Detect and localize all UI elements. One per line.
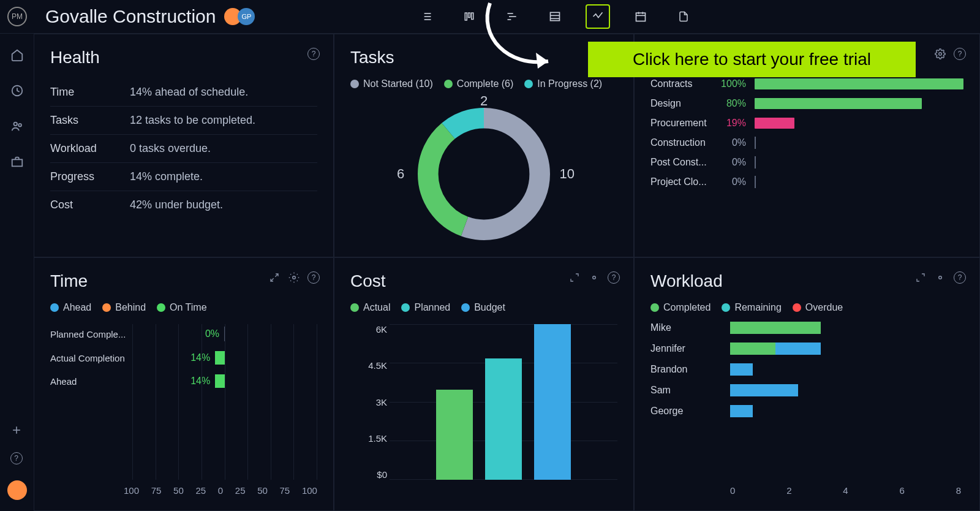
people-icon[interactable] [10,119,24,133]
sidebar: ? [0,34,34,511]
workload-panel: ? Workload Completed Remaining Overdue M… [634,257,980,511]
workload-bar [730,363,963,376]
progress-pct: 19% [720,118,746,129]
axis-tick: 25 [235,485,246,496]
progress-row: Project Clo...0% [650,176,963,187]
axis-tick: 2 [786,485,791,496]
health-label: Tasks [50,114,130,127]
health-row: Workload0 tasks overdue. [50,135,317,163]
axis-tick: 1.5K [350,433,387,444]
gantt-view-icon[interactable] [500,4,524,29]
workload-row: Mike [650,322,963,334]
svg-point-20 [13,123,17,126]
progress-pct: 0% [720,176,746,187]
calendar-view-icon[interactable] [628,4,653,29]
expand-icon[interactable] [914,271,927,284]
health-value: 12 tasks to be completed. [130,114,255,127]
settings-icon[interactable] [288,271,300,284]
legend-label: Not Started (10) [363,78,433,89]
workload-bar [730,384,963,396]
help-icon[interactable]: ? [954,48,966,60]
svg-rect-22 [12,159,22,166]
settings-icon[interactable] [588,271,600,284]
workload-row: George [650,405,963,417]
settings-icon[interactable] [934,271,946,284]
workload-row: Sam [650,384,963,396]
progress-pct: 100% [720,78,746,89]
axis-tick: 100 [302,485,317,496]
svg-point-28 [939,53,942,56]
board-view-icon[interactable] [457,4,481,29]
tasks-donut-chart: 2 6 10 [410,100,557,248]
workload-bar [730,343,963,355]
axis-tick: 50 [173,485,184,496]
expand-icon[interactable] [568,271,581,284]
svg-rect-7 [469,13,470,18]
avatar-group[interactable]: GP [228,8,255,25]
workload-bar [730,322,963,334]
topbar: PM Govalle Construction GP [0,0,980,34]
health-value: 0 tasks overdue. [130,142,211,155]
svg-point-21 [18,124,21,127]
svg-point-33 [939,276,942,279]
help-icon[interactable]: ? [307,48,320,60]
workload-row: Jennifer [650,343,963,355]
progress-bar [755,98,963,109]
workload-bar [730,405,963,417]
time-row-name: Ahead [50,376,136,387]
health-row: Time14% ahead of schedule. [50,78,317,107]
file-view-icon[interactable] [671,4,696,29]
expand-icon[interactable] [268,271,281,284]
clock-icon[interactable] [10,84,24,97]
workload-name: George [650,406,730,417]
progress-row: Construction0% [650,137,963,148]
dashboard-view-icon[interactable] [586,4,610,29]
cost-bar-actual [436,390,473,480]
axis-tick: 0 [218,485,223,496]
briefcase-icon[interactable] [10,155,24,168]
settings-icon[interactable] [934,48,946,60]
progress-name: Design [650,98,712,109]
avatar[interactable]: GP [238,8,255,25]
plus-icon[interactable] [10,424,24,437]
sheet-view-icon[interactable] [543,4,567,29]
health-panel: ? Health Time14% ahead of schedule.Tasks… [34,34,334,257]
time-panel: ? Time Ahead Behind On Time Planned Comp… [34,257,334,511]
svg-rect-6 [466,13,467,20]
help-icon[interactable]: ? [10,452,24,466]
help-icon[interactable]: ? [954,271,966,284]
svg-point-32 [593,276,596,279]
axis-tick: 6 [899,485,904,496]
progress-row: Post Const...0% [650,157,963,168]
health-label: Cost [50,199,130,211]
legend-label: Complete (6) [457,78,513,89]
dashboard: ? Health Time14% ahead of schedule.Tasks… [34,34,980,511]
legend-label: Overdue [805,302,843,313]
cta-free-trial-button[interactable]: Click here to start your free trial [588,42,916,77]
legend-label: Planned [414,302,450,313]
svg-rect-12 [551,12,560,20]
progress-pct: 0% [720,137,746,148]
logo[interactable]: PM [7,7,27,26]
help-icon[interactable]: ? [608,271,620,284]
progress-row: Design80% [650,98,963,109]
cost-bar-budget [534,324,571,480]
axis-tick: 50 [257,485,268,496]
cost-bar-chart [390,324,617,480]
workload-name: Jennifer [650,343,730,354]
list-view-icon[interactable] [414,4,439,29]
axis-tick: 25 [195,485,206,496]
progress-bar [755,137,963,148]
progress-row: Contracts100% [650,78,963,89]
workload-name: Mike [650,322,730,333]
help-icon[interactable]: ? [307,271,320,284]
health-value: 14% complete. [130,170,203,183]
progress-bar [755,176,963,187]
legend-label: Ahead [63,302,91,313]
user-avatar[interactable] [7,480,27,500]
home-icon[interactable] [10,48,24,62]
project-title: Govalle Construction [45,6,216,27]
donut-label: 10 [560,166,575,182]
workload-name: Sam [650,385,730,396]
legend-label: On Time [170,302,206,313]
